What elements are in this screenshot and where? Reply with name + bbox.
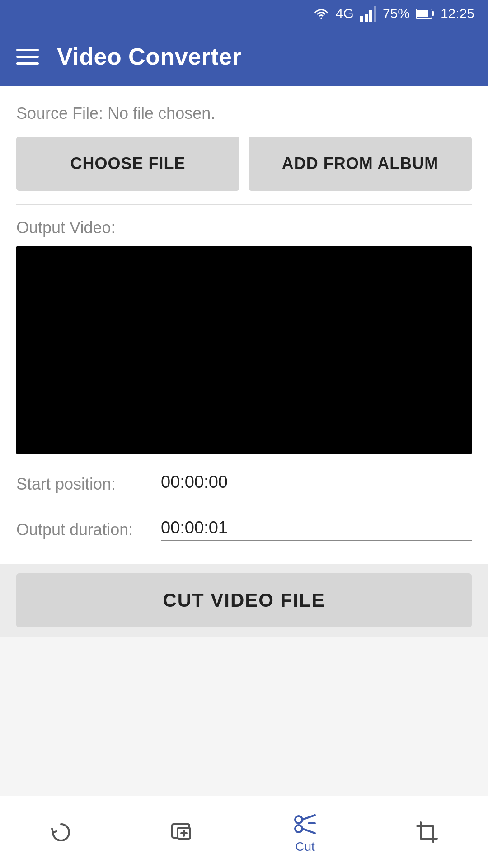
start-position-row: Start position:: [16, 472, 472, 500]
cut-btn-section: CUT VIDEO FILE: [0, 564, 488, 637]
file-buttons-row: CHOOSE FILE ADD FROM ALBUM: [16, 137, 472, 191]
nav-item-add-media[interactable]: [149, 820, 217, 845]
svg-rect-3: [374, 6, 376, 22]
start-position-input[interactable]: [161, 472, 472, 492]
svg-rect-0: [360, 16, 363, 22]
output-duration-input-wrapper: [161, 518, 472, 541]
svg-rect-1: [365, 14, 368, 22]
choose-file-button[interactable]: CHOOSE FILE: [16, 137, 239, 191]
status-icons: 4G 75% 12:25: [313, 5, 474, 22]
nav-item-rotate[interactable]: [27, 820, 95, 845]
main-content: Source File: No file chosen. CHOOSE FILE…: [0, 86, 488, 564]
battery-percentage: 75%: [383, 6, 410, 21]
video-preview: [16, 246, 472, 454]
bottom-nav: Cut: [0, 796, 488, 868]
clock: 12:25: [441, 6, 474, 21]
network-type: 4G: [336, 6, 354, 21]
add-media-icon: [170, 820, 196, 845]
svg-rect-6: [417, 10, 428, 17]
app-bar: Video Converter: [0, 27, 488, 86]
start-position-label: Start position:: [16, 475, 161, 494]
cut-video-button[interactable]: CUT VIDEO FILE: [16, 573, 472, 627]
output-duration-label: Output duration:: [16, 520, 161, 539]
nav-item-cut[interactable]: Cut: [271, 811, 339, 854]
section-divider-1: [16, 204, 472, 205]
source-file-label: Source File: No file chosen.: [16, 104, 472, 123]
svg-line-13: [302, 815, 315, 820]
status-bar: 4G 75% 12:25: [0, 0, 488, 27]
svg-point-11: [295, 816, 302, 823]
cut-nav-label: Cut: [295, 840, 315, 854]
svg-rect-5: [432, 11, 434, 16]
menu-button[interactable]: [16, 49, 39, 65]
svg-rect-2: [369, 10, 372, 22]
output-duration-row: Output duration:: [16, 518, 472, 546]
rotate-icon: [48, 820, 74, 845]
output-duration-input[interactable]: [161, 518, 472, 538]
nav-item-crop[interactable]: [393, 820, 461, 845]
scissors-icon: [292, 811, 318, 836]
svg-line-14: [302, 829, 315, 833]
svg-point-12: [295, 825, 302, 832]
output-video-label: Output Video:: [16, 218, 472, 237]
battery-icon: [416, 8, 434, 19]
app-title: Video Converter: [57, 43, 241, 70]
signal-icon: [360, 5, 376, 22]
wifi-icon: [313, 7, 329, 20]
start-position-input-wrapper: [161, 472, 472, 495]
crop-icon: [414, 820, 440, 845]
add-from-album-button[interactable]: ADD FROM ALBUM: [249, 137, 472, 191]
